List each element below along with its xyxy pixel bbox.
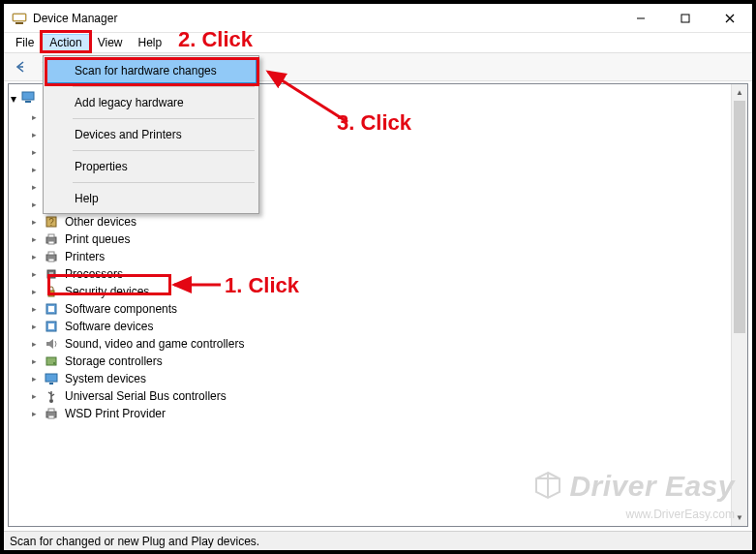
tree-item[interactable]: ▸Print queues <box>28 231 745 248</box>
chevron-right-icon[interactable]: ▸ <box>28 181 40 193</box>
scroll-thumb[interactable] <box>734 101 745 333</box>
tree-item-label: Other devices <box>63 215 138 229</box>
statusbar-text: Scan for changed or new Plug and Play de… <box>10 535 259 548</box>
tree-item[interactable]: ▸Software devices <box>28 318 745 335</box>
device-icon <box>44 284 59 299</box>
tree-item[interactable]: ▸Sound, video and game controllers <box>28 335 745 353</box>
menu-separator <box>73 118 255 119</box>
chevron-right-icon[interactable]: ▸ <box>28 390 40 402</box>
chevron-right-icon[interactable]: ▸ <box>28 129 40 140</box>
chevron-right-icon[interactable]: ▸ <box>28 355 40 367</box>
tree-item[interactable]: ▸Security devices <box>28 283 745 300</box>
device-icon <box>44 249 59 264</box>
svg-rect-42 <box>49 383 53 385</box>
close-button[interactable] <box>708 4 752 33</box>
menu-view[interactable]: View <box>90 34 131 51</box>
computer-icon <box>20 89 36 108</box>
chevron-right-icon[interactable]: ▸ <box>28 199 40 210</box>
svg-rect-30 <box>48 252 54 255</box>
device-icon <box>44 266 59 282</box>
svg-rect-2 <box>15 22 23 24</box>
vertical-scrollbar[interactable]: ▲ ▼ <box>731 84 747 526</box>
app-icon <box>12 11 27 26</box>
menubar: File Action View Help <box>4 33 752 52</box>
chevron-right-icon[interactable]: ▸ <box>28 216 40 228</box>
chevron-right-icon[interactable]: ▸ <box>28 268 40 280</box>
svg-point-40 <box>53 362 55 364</box>
tree-item-label: Software components <box>63 302 179 316</box>
tree-item-label: WSD Print Provider <box>63 407 167 420</box>
tree-item-label: Sound, video and game controllers <box>63 337 246 351</box>
chevron-right-icon[interactable]: ▸ <box>28 146 40 158</box>
svg-rect-36 <box>48 306 54 312</box>
chevron-down-icon[interactable]: ▾ <box>11 92 16 106</box>
chevron-right-icon[interactable]: ▸ <box>28 111 40 123</box>
svg-rect-4 <box>681 15 689 22</box>
minimize-button[interactable] <box>619 4 663 33</box>
svg-rect-47 <box>48 416 54 418</box>
maximize-button[interactable] <box>663 4 708 33</box>
toolbar-back-button[interactable] <box>10 56 31 77</box>
chevron-right-icon[interactable]: ▸ <box>28 233 40 245</box>
menu-action[interactable]: Action <box>42 34 89 51</box>
svg-rect-28 <box>48 241 54 244</box>
device-icon <box>44 319 59 334</box>
svg-rect-46 <box>48 409 54 412</box>
device-icon <box>44 354 59 369</box>
tree-item-label: Processors <box>63 267 125 281</box>
device-icon <box>44 336 59 352</box>
chevron-right-icon[interactable]: ▸ <box>28 164 40 175</box>
statusbar: Scan for changed or new Plug and Play de… <box>4 531 752 550</box>
menu-separator <box>73 182 255 183</box>
menu-item-scan-hardware[interactable]: Scan for hardware changes <box>45 58 257 83</box>
tree-item-label: Security devices <box>63 285 151 298</box>
menu-item-devices-printers[interactable]: Devices and Printers <box>45 122 257 147</box>
chevron-right-icon[interactable]: ▸ <box>28 338 40 350</box>
tree-item[interactable]: ▸Printers <box>28 248 745 265</box>
svg-rect-27 <box>48 234 54 237</box>
tree-item-label: Universal Serial Bus controllers <box>63 389 228 403</box>
menu-item-properties[interactable]: Properties <box>45 154 257 179</box>
chevron-right-icon[interactable]: ▸ <box>28 321 40 332</box>
tree-item-label: System devices <box>63 372 148 385</box>
menu-item-help[interactable]: Help <box>45 186 257 211</box>
scroll-down-button[interactable]: ▼ <box>732 509 747 526</box>
window-controls <box>619 4 752 33</box>
tree-item[interactable]: ▸Storage controllers <box>28 353 745 370</box>
device-icon: ? <box>44 214 59 230</box>
device-icon <box>44 371 59 386</box>
tree-item-label: Software devices <box>63 320 155 333</box>
tree-item[interactable]: ▸?Other devices <box>28 213 745 231</box>
svg-rect-34 <box>48 291 54 296</box>
svg-rect-41 <box>45 374 57 382</box>
menu-separator <box>73 150 255 151</box>
scroll-up-button[interactable]: ▲ <box>732 84 747 101</box>
chevron-right-icon[interactable]: ▸ <box>28 408 40 419</box>
tree-item[interactable]: ▸Software components <box>28 300 745 318</box>
chevron-right-icon[interactable]: ▸ <box>28 303 40 315</box>
device-icon <box>44 231 59 247</box>
action-menu-dropdown: Scan for hardware changes Add legacy har… <box>43 55 259 214</box>
svg-rect-7 <box>22 92 34 100</box>
chevron-right-icon[interactable]: ▸ <box>28 373 40 385</box>
tree-item[interactable]: ▸WSD Print Provider <box>28 405 745 422</box>
device-icon <box>44 406 59 421</box>
svg-rect-33 <box>49 272 53 276</box>
device-icon <box>44 388 59 404</box>
menu-file[interactable]: File <box>8 34 42 51</box>
chevron-right-icon[interactable]: ▸ <box>28 251 40 262</box>
menu-help[interactable]: Help <box>131 34 170 51</box>
menu-item-add-legacy[interactable]: Add legacy hardware <box>45 90 257 115</box>
svg-text:?: ? <box>48 217 54 228</box>
tree-item-label: Storage controllers <box>63 354 165 368</box>
tree-item-label: Print queues <box>63 232 132 246</box>
chevron-right-icon[interactable]: ▸ <box>28 286 40 297</box>
svg-rect-8 <box>25 101 31 103</box>
svg-point-43 <box>49 399 53 403</box>
menu-separator <box>73 86 255 87</box>
tree-item[interactable]: ▸Universal Serial Bus controllers <box>28 387 745 405</box>
tree-item[interactable]: ▸System devices <box>28 370 745 387</box>
svg-rect-1 <box>14 15 25 20</box>
tree-item[interactable]: ▸Processors <box>28 265 745 283</box>
device-icon <box>44 301 59 317</box>
